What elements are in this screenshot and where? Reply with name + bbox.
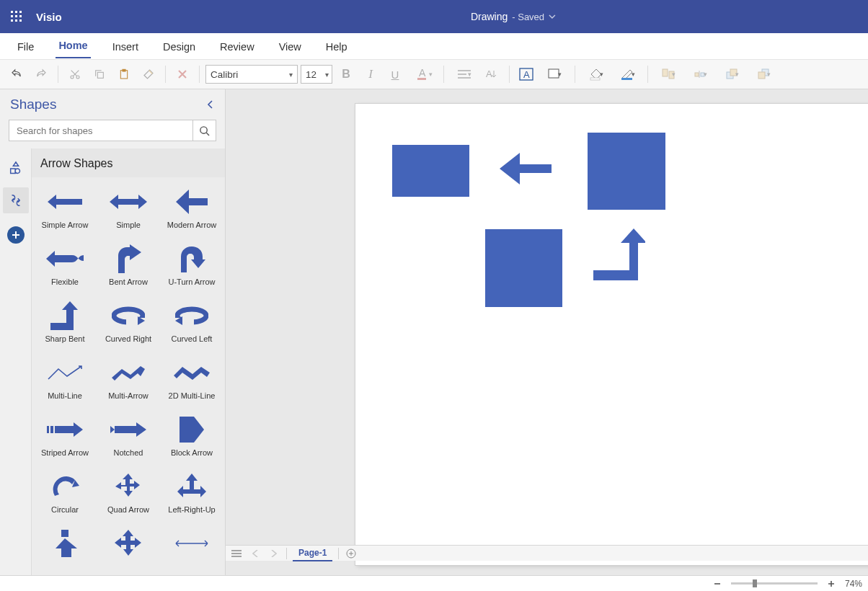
svg-rect-2	[19, 11, 22, 13]
shape-search-input[interactable]	[9, 120, 192, 141]
document-title[interactable]: Drawing - Saved	[312, 11, 556, 22]
shape-left-right-up[interactable]: Left-Right-Up	[160, 468, 223, 522]
add-stencil-button[interactable]	[7, 226, 25, 244]
svg-rect-1	[15, 11, 17, 13]
font-color-button[interactable]: A▾	[409, 63, 438, 85]
add-page-button[interactable]	[345, 547, 358, 560]
canvas-shape-arrow[interactable]	[500, 148, 552, 189]
zoom-slider[interactable]	[731, 582, 818, 585]
svg-rect-20	[590, 78, 600, 80]
menu-design[interactable]: Design	[160, 37, 198, 58]
format-painter-button[interactable]	[138, 63, 159, 85]
shape-circular[interactable]: Circular	[33, 468, 97, 522]
svg-rect-11	[97, 72, 103, 78]
send-back-button[interactable]: ▾	[749, 63, 778, 85]
zoom-in-button[interactable]	[825, 577, 838, 590]
canvas-shape-rect-3[interactable]	[485, 229, 562, 307]
bold-button[interactable]: B	[335, 63, 357, 85]
bring-front-button[interactable]: ▾	[717, 63, 746, 85]
app-launcher[interactable]	[0, 0, 33, 33]
page-tab-1[interactable]: Page-1	[293, 546, 332, 561]
text-tool-button[interactable]: A	[515, 63, 537, 85]
canvas-shape-bent-arrow[interactable]	[593, 228, 645, 280]
next-page-button[interactable]	[267, 547, 280, 560]
svg-text:A: A	[419, 67, 426, 79]
svg-rect-7	[15, 19, 17, 22]
menu-help[interactable]: Help	[323, 37, 350, 58]
svg-rect-19	[549, 69, 559, 78]
italic-button[interactable]: I	[360, 63, 381, 85]
shape-bent-arrow[interactable]: Bent Arrow	[97, 240, 160, 294]
menu-file[interactable]: File	[14, 37, 37, 58]
shape-striped-arrow[interactable]: Striped Arrow	[33, 411, 97, 465]
shape-curved-right[interactable]: Curved Right	[97, 297, 160, 351]
svg-rect-15	[417, 78, 426, 80]
shape-block-arrow[interactable]: Block Arrow	[160, 411, 223, 465]
pages-list-button[interactable]	[230, 547, 243, 560]
doc-name: Drawing	[471, 11, 508, 22]
shape-quad-arrow[interactable]: Quad Arrow	[97, 468, 160, 522]
shape-simple-double[interactable]: Simple	[97, 183, 160, 237]
status-bar: 74%	[0, 575, 868, 591]
font-size-select[interactable]: 12▾	[301, 65, 332, 84]
stencil-tab-arrows[interactable]	[3, 187, 29, 213]
cut-button[interactable]	[64, 63, 86, 85]
chevron-down-icon	[549, 13, 556, 20]
paste-button[interactable]	[113, 63, 135, 85]
menu-review[interactable]: Review	[217, 37, 257, 58]
shape-sharp-bent[interactable]: Sharp Bent	[33, 297, 97, 351]
save-status: - Saved	[512, 12, 544, 22]
shape-modern-arrow[interactable]: Modern Arrow	[160, 183, 223, 237]
canvas[interactable]	[226, 89, 868, 575]
shape-extra-3[interactable]	[160, 525, 223, 569]
shape-simple-arrow[interactable]: Simple Arrow	[33, 183, 97, 237]
shape-multi-arrow[interactable]: Multi-Arrow	[97, 354, 160, 408]
shape-search[interactable]	[9, 120, 216, 141]
svg-rect-22	[663, 69, 668, 76]
svg-rect-35	[47, 426, 49, 433]
shape-flexible[interactable]: Flexible	[33, 240, 97, 294]
fill-bucket-button[interactable]: ▾	[581, 63, 610, 85]
shape-2d-multiline[interactable]: 2D Multi-Line	[160, 354, 223, 408]
shape-grid: Simple Arrow Simple Modern Arrow Flexibl…	[32, 177, 225, 575]
zoom-out-button[interactable]	[711, 577, 724, 590]
underline-button[interactable]: U	[384, 63, 406, 85]
shape-extra-2[interactable]	[97, 525, 160, 569]
menu-view[interactable]: View	[276, 37, 304, 58]
menu-insert[interactable]: Insert	[110, 37, 141, 58]
font-family-select[interactable]: Calibri▾	[205, 65, 298, 84]
menu-home[interactable]: Home	[56, 35, 90, 58]
svg-point-30	[200, 126, 207, 133]
shape-curved-left[interactable]: Curved Left	[160, 297, 223, 351]
svg-rect-0	[11, 11, 13, 13]
canvas-shape-rect-1[interactable]	[392, 145, 469, 197]
line-color-button[interactable]: ▾	[613, 63, 642, 85]
arrange-button[interactable]: ▾	[686, 63, 714, 85]
shape-notched[interactable]: Notched	[97, 411, 160, 465]
svg-rect-21	[621, 78, 632, 80]
stencil-tab-basic[interactable]	[3, 156, 29, 182]
menu-bar: File Home Insert Design Review View Help	[0, 33, 868, 59]
delete-button[interactable]	[172, 63, 193, 85]
shape-uturn-arrow[interactable]: U-Turn Arrow	[160, 240, 223, 294]
prev-page-button[interactable]	[249, 547, 262, 560]
shape-extra-1[interactable]	[33, 525, 97, 569]
shapes-pane-title: Shapes	[10, 97, 56, 112]
svg-rect-24	[695, 73, 699, 76]
drawing-page[interactable]	[355, 104, 868, 565]
redo-button[interactable]	[30, 63, 52, 85]
svg-rect-6	[11, 19, 13, 22]
svg-rect-5	[19, 15, 22, 17]
canvas-shape-rect-2[interactable]	[588, 133, 665, 210]
shape-fill-button[interactable]: ▾	[540, 63, 569, 85]
align-objects-button[interactable]: ▾	[654, 63, 683, 85]
copy-button[interactable]	[89, 63, 110, 85]
search-icon[interactable]	[192, 120, 216, 141]
app-name: Visio	[36, 11, 62, 23]
text-direction-button[interactable]: A	[482, 63, 503, 85]
collapse-pane-button[interactable]	[206, 99, 215, 110]
svg-rect-3	[11, 15, 13, 17]
undo-button[interactable]	[6, 63, 27, 85]
shape-multi-line[interactable]: Multi-Line	[33, 354, 97, 408]
align-button[interactable]: ▾	[450, 63, 479, 85]
